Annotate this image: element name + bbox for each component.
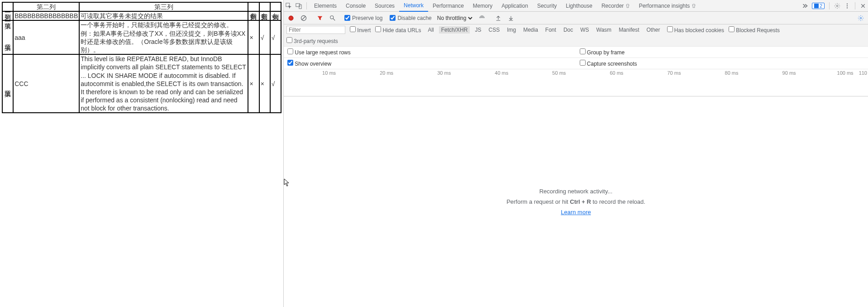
chip-doc[interactable]: Doc — [561, 26, 575, 34]
separator — [306, 2, 307, 10]
row-label: 第二项 — [2, 20, 13, 54]
group-by-frame-checkbox[interactable]: Group by frame — [580, 49, 625, 56]
filter-toggle-icon[interactable] — [315, 15, 324, 21]
show-overview-checkbox[interactable]: Show overview — [287, 61, 331, 67]
tick: 50 ms — [514, 70, 571, 76]
table-row: 第三项 CCC This level is like REPEATABLE RE… — [2, 54, 281, 113]
col2-header: 第二列 — [13, 2, 79, 11]
cell: 一个事务开始时，只能读到其他事务已经提交的修改。 例：如果A事务已经修改了XX，… — [79, 20, 248, 54]
cell: 可读取其它事务未提交的结果 — [79, 11, 248, 20]
export-har-icon[interactable] — [506, 15, 515, 21]
tick: 80 ms — [686, 70, 744, 76]
cell: √ — [270, 20, 281, 54]
col4-header: 第四列 — [248, 2, 259, 11]
chip-fetch-xhr[interactable]: Fetch/XHR — [439, 26, 470, 34]
tab-console[interactable]: Console — [341, 0, 370, 12]
tab-performance[interactable]: Performance — [428, 0, 468, 12]
col5-header: 第五列 — [259, 2, 270, 11]
import-har-icon[interactable] — [494, 15, 503, 21]
network-options-row-2: Show overview Capture screenshots — [284, 58, 868, 69]
network-options-row-1: Use large request rows Group by frame — [284, 47, 868, 58]
svg-point-8 — [289, 16, 293, 20]
svg-line-12 — [333, 18, 335, 20]
col6-header: 第六列 — [270, 2, 281, 11]
cell: BBBBBBBBBBBBBBB — [13, 11, 79, 20]
third-party-checkbox[interactable]: 3rd-party requests — [286, 37, 338, 44]
tick: 110 — [859, 70, 868, 76]
filter-input[interactable] — [286, 26, 345, 34]
tick: 10 ms — [284, 70, 341, 76]
blocked-requests-checkbox[interactable]: Blocked Requests — [729, 26, 780, 34]
tab-security[interactable]: Security — [533, 0, 561, 12]
tick: 40 ms — [456, 70, 514, 76]
cell: × — [248, 54, 259, 113]
close-icon[interactable] — [858, 0, 868, 12]
tab-lighthouse[interactable]: Lighthouse — [561, 0, 597, 12]
capture-screenshots-checkbox[interactable]: Capture screenshots — [580, 61, 637, 67]
tab-sources[interactable]: Sources — [370, 0, 399, 12]
invert-checkbox[interactable]: Invert — [350, 26, 371, 34]
svg-rect-3 — [814, 4, 819, 8]
tick: 60 ms — [571, 70, 629, 76]
hide-data-urls-checkbox[interactable]: Hide data URLs — [375, 26, 421, 34]
col3-header: 第三列 — [79, 2, 248, 11]
resource-type-chips: All Fetch/XHR JS CSS Img Media Font Doc … — [425, 26, 662, 34]
devtools-toolbar: Elements Console Sources Network Perform… — [284, 0, 868, 12]
separator — [855, 2, 855, 10]
more-tabs-icon[interactable] — [800, 0, 810, 12]
cell: CCC — [13, 54, 79, 113]
tab-elements[interactable]: Elements — [310, 0, 341, 12]
empty-line-2: Perform a request or hit Ctrl + R to rec… — [506, 198, 645, 205]
chip-media[interactable]: Media — [521, 26, 540, 34]
record-button[interactable] — [286, 15, 296, 21]
chip-other[interactable]: Other — [644, 26, 662, 34]
disable-cache-checkbox[interactable]: Disable cache — [390, 15, 431, 21]
tick: 90 ms — [744, 70, 801, 76]
svg-point-11 — [330, 15, 334, 19]
device-toggle-icon[interactable] — [294, 0, 304, 12]
tick: 70 ms — [629, 70, 686, 76]
cell: × — [248, 20, 259, 54]
table-header-row: 第一列 第二列 第三列 第四列 第五列 第六列 — [2, 2, 281, 11]
chip-manifest[interactable]: Manifest — [616, 26, 641, 34]
preserve-log-checkbox[interactable]: Preserve log — [344, 15, 382, 21]
tab-memory[interactable]: Memory — [468, 0, 497, 12]
clear-button[interactable] — [299, 15, 308, 21]
tab-network[interactable]: Network — [399, 0, 428, 12]
devtools-panel: Elements Console Sources Network Perform… — [284, 0, 868, 307]
cell: √ — [259, 11, 270, 20]
chip-img[interactable]: Img — [505, 26, 518, 34]
cell: √ — [259, 20, 270, 54]
issues-badge[interactable]: 2 — [812, 3, 825, 9]
network-filter-bar: Invert Hide data URLs All Fetch/XHR JS C… — [284, 24, 868, 47]
network-empty-state: Recording network activity... Perform a … — [284, 96, 868, 307]
settings-icon[interactable] — [832, 0, 842, 12]
tab-recorder[interactable]: Recorder — [597, 0, 634, 12]
chip-ws[interactable]: WS — [578, 26, 591, 34]
svg-point-7 — [847, 7, 848, 8]
chip-css[interactable]: CSS — [486, 26, 502, 34]
tab-application[interactable]: Application — [497, 0, 533, 12]
chip-wasm[interactable]: Wasm — [594, 26, 614, 34]
network-settings-icon[interactable] — [856, 15, 865, 21]
kebab-menu-icon[interactable] — [842, 0, 852, 12]
tab-performance-insights[interactable]: Performance insights — [634, 0, 701, 12]
cell: This level is like REPEATABLE READ, but … — [79, 54, 248, 113]
network-overview[interactable]: 10 ms 20 ms 30 ms 40 ms 50 ms 60 ms 70 m… — [284, 69, 868, 96]
has-blocked-cookies-checkbox[interactable]: Has blocked cookies — [667, 26, 724, 34]
search-icon[interactable] — [328, 15, 337, 21]
svg-point-4 — [836, 5, 838, 7]
chip-js[interactable]: JS — [472, 26, 483, 34]
throttling-select[interactable]: No throttling — [435, 14, 474, 22]
inspect-element-icon[interactable] — [284, 0, 294, 12]
svg-point-13 — [860, 17, 862, 19]
learn-more-link[interactable]: Learn more — [561, 209, 591, 216]
chip-font[interactable]: Font — [543, 26, 558, 34]
chip-all[interactable]: All — [425, 26, 436, 34]
page-content: 第一列 第二列 第三列 第四列 第五列 第六列 第一项 BBBBBBBBBBBB… — [0, 0, 284, 307]
network-conditions-icon[interactable] — [477, 15, 486, 21]
svg-point-6 — [847, 5, 848, 6]
cell: √ — [270, 54, 281, 113]
cell: √ — [270, 11, 281, 20]
large-rows-checkbox[interactable]: Use large request rows — [287, 49, 351, 56]
